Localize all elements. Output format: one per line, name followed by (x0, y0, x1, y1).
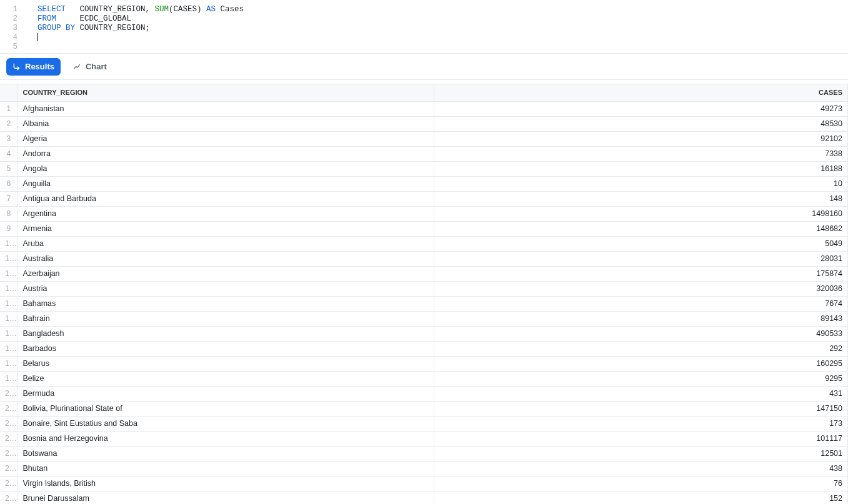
table-row[interactable]: 11Australia28031 (0, 251, 848, 266)
table-row[interactable]: 2Albania48530 (0, 116, 848, 131)
country-cell[interactable]: Armenia (17, 221, 434, 236)
tab-results-label: Results (25, 62, 54, 71)
country-cell[interactable]: Bermuda (17, 386, 434, 401)
cases-cell[interactable]: 148682 (434, 221, 848, 236)
country-cell[interactable]: Afghanistan (17, 101, 434, 116)
code-line[interactable]: SELECT COUNTRY_REGION, SUM(CASES) AS Cas… (37, 5, 244, 14)
country-cell[interactable]: Belize (17, 371, 434, 386)
country-cell[interactable]: Bangladesh (17, 326, 434, 341)
table-row[interactable]: 21Bolivia, Plurinational State of147150 (0, 401, 848, 416)
country-cell[interactable]: Andorra (17, 146, 434, 161)
sql-editor[interactable]: 12345 SELECT COUNTRY_REGION, SUM(CASES) … (0, 0, 848, 54)
cases-cell[interactable]: 175874 (434, 266, 848, 281)
country-cell[interactable]: Albania (17, 116, 434, 131)
country-cell[interactable]: Bonaire, Sint Eustatius and Saba (17, 416, 434, 431)
table-row[interactable]: 25Bhutan438 (0, 461, 848, 476)
cases-cell[interactable]: 12501 (434, 446, 848, 461)
row-number-cell: 5 (0, 161, 17, 176)
cases-cell[interactable]: 148 (434, 191, 848, 206)
country-cell[interactable]: Belarus (17, 356, 434, 371)
table-row[interactable]: 1Afghanistan49273 (0, 101, 848, 116)
code-line[interactable] (37, 42, 244, 52)
results-grid[interactable]: COUNTRY_REGION CASES 1Afghanistan492732A… (0, 84, 848, 504)
table-row[interactable]: 20Bermuda431 (0, 386, 848, 401)
country-cell[interactable]: Bosnia and Herzegovina (17, 431, 434, 446)
table-row[interactable]: 17Barbados292 (0, 341, 848, 356)
country-cell[interactable]: Bolivia, Plurinational State of (17, 401, 434, 416)
cases-cell[interactable]: 173 (434, 416, 848, 431)
tab-chart[interactable]: Chart (67, 58, 113, 76)
table-row[interactable]: 23Bosnia and Herzegovina101117 (0, 431, 848, 446)
table-row[interactable]: 14Bahamas7674 (0, 296, 848, 311)
country-cell[interactable]: Bhutan (17, 461, 434, 476)
cases-cell[interactable]: 292 (434, 341, 848, 356)
country-cell[interactable]: Bahrain (17, 311, 434, 326)
cases-cell[interactable]: 101117 (434, 431, 848, 446)
code-line[interactable]: FROM ECDC_GLOBAL (37, 14, 244, 24)
cases-cell[interactable]: 438 (434, 461, 848, 476)
cases-cell[interactable]: 89143 (434, 311, 848, 326)
table-row[interactable]: 24Botswana12501 (0, 446, 848, 461)
country-cell[interactable]: Virgin Islands, British (17, 476, 434, 491)
country-cell[interactable]: Australia (17, 251, 434, 266)
table-row[interactable]: 6Anguilla10 (0, 176, 848, 191)
cases-cell[interactable]: 49273 (434, 101, 848, 116)
country-cell[interactable]: Antigua and Barbuda (17, 191, 434, 206)
table-row[interactable]: 3Algeria92102 (0, 131, 848, 146)
country-cell[interactable]: Botswana (17, 446, 434, 461)
cases-cell[interactable]: 48530 (434, 116, 848, 131)
cases-cell[interactable]: 7674 (434, 296, 848, 311)
country-cell[interactable]: Austria (17, 281, 434, 296)
column-header-cases[interactable]: CASES (434, 84, 848, 101)
code-line[interactable]: GROUP BY COUNTRY_REGION; (37, 24, 244, 33)
country-cell[interactable]: Anguilla (17, 176, 434, 191)
cases-cell[interactable]: 7338 (434, 146, 848, 161)
column-header-country[interactable]: COUNTRY_REGION (17, 84, 434, 101)
cases-cell[interactable]: 160295 (434, 356, 848, 371)
row-number-cell: 12 (0, 266, 17, 281)
country-cell[interactable]: Bahamas (17, 296, 434, 311)
country-cell[interactable]: Aruba (17, 236, 434, 251)
code-line[interactable] (37, 33, 244, 42)
cases-cell[interactable]: 9295 (434, 371, 848, 386)
results-tabs-bar: Results Chart (0, 54, 848, 80)
cases-cell[interactable]: 320036 (434, 281, 848, 296)
cases-cell[interactable]: 28031 (434, 251, 848, 266)
table-row[interactable]: 22Bonaire, Sint Eustatius and Saba173 (0, 416, 848, 431)
table-row[interactable]: 13Austria320036 (0, 281, 848, 296)
cases-cell[interactable]: 152 (434, 491, 848, 504)
cases-cell[interactable]: 92102 (434, 131, 848, 146)
table-row[interactable]: 15Bahrain89143 (0, 311, 848, 326)
table-row[interactable]: 8Argentina1498160 (0, 206, 848, 221)
table-row[interactable]: 12Azerbaijan175874 (0, 266, 848, 281)
table-row[interactable]: 26Virgin Islands, British76 (0, 476, 848, 491)
row-number-cell: 11 (0, 251, 17, 266)
country-cell[interactable]: Barbados (17, 341, 434, 356)
country-cell[interactable]: Angola (17, 161, 434, 176)
cases-cell[interactable]: 5049 (434, 236, 848, 251)
table-row[interactable]: 18Belarus160295 (0, 356, 848, 371)
table-row[interactable]: 4Andorra7338 (0, 146, 848, 161)
cases-cell[interactable]: 147150 (434, 401, 848, 416)
table-row[interactable]: 10Aruba5049 (0, 236, 848, 251)
tab-results[interactable]: Results (6, 58, 61, 76)
table-row[interactable]: 9Armenia148682 (0, 221, 848, 236)
country-cell[interactable]: Algeria (17, 131, 434, 146)
country-cell[interactable]: Brunei Darussalam (17, 491, 434, 504)
cases-cell[interactable]: 10 (434, 176, 848, 191)
table-row[interactable]: 7Antigua and Barbuda148 (0, 191, 848, 206)
table-row[interactable]: 16Bangladesh490533 (0, 326, 848, 341)
cases-cell[interactable]: 76 (434, 476, 848, 491)
country-cell[interactable]: Argentina (17, 206, 434, 221)
editor-code[interactable]: SELECT COUNTRY_REGION, SUM(CASES) AS Cas… (25, 5, 244, 53)
cases-cell[interactable]: 431 (434, 386, 848, 401)
table-row[interactable]: 27Brunei Darussalam152 (0, 491, 848, 504)
cases-cell[interactable]: 490533 (434, 326, 848, 341)
cases-cell[interactable]: 1498160 (434, 206, 848, 221)
table-row[interactable]: 19Belize9295 (0, 371, 848, 386)
cases-cell[interactable]: 16188 (434, 161, 848, 176)
country-cell[interactable]: Azerbaijan (17, 266, 434, 281)
table-body: 1Afghanistan492732Albania485303Algeria92… (0, 101, 848, 504)
table-row[interactable]: 5Angola16188 (0, 161, 848, 176)
row-number-cell: 19 (0, 371, 17, 386)
